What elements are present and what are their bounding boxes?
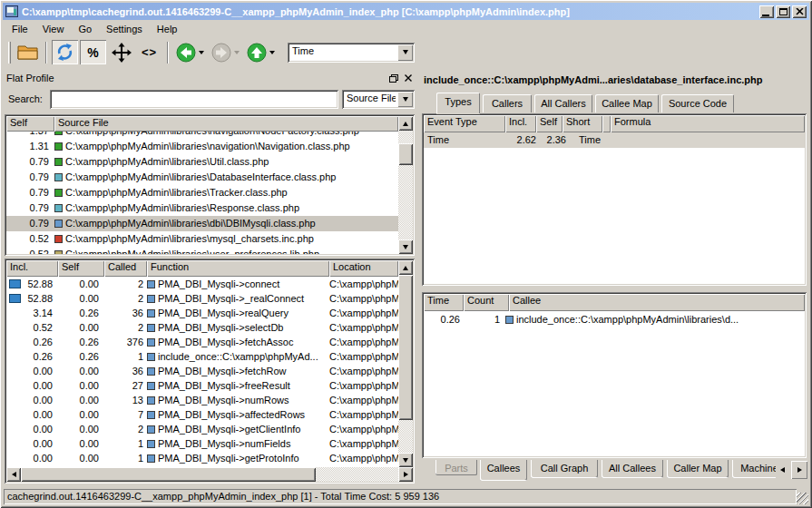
event-type-row-selected[interactable]: Time 2.62 2.36 Time — [424, 132, 805, 148]
tab-types[interactable]: Types — [436, 92, 480, 113]
tab-callee-map[interactable]: Callee Map — [595, 93, 659, 112]
toolbar-handle[interactable] — [8, 42, 11, 64]
up-button[interactable] — [244, 40, 278, 64]
event-type-dropdown-button[interactable] — [397, 44, 413, 61]
column-header-incl[interactable]: Incl. — [6, 260, 58, 277]
tab-caller-map[interactable]: Caller Map — [667, 460, 729, 478]
up-dropdown-icon[interactable] — [269, 51, 275, 54]
maximize-button[interactable] — [776, 5, 790, 18]
source-list-vscrollbar[interactable] — [398, 116, 413, 254]
source-file-icon — [54, 142, 63, 151]
function-row[interactable]: 0.000.0036PMA_DBI_Mysqli->fetchRowC:\xam… — [6, 364, 398, 378]
dock-close-button[interactable] — [402, 73, 415, 84]
source-file-row[interactable]: 0.52C:\xampp\phpMyAdmin\libraries\mysql_… — [6, 231, 398, 247]
source-file-icon — [54, 204, 63, 212]
tab-scroll-right-button[interactable] — [791, 461, 807, 479]
menu-view[interactable]: View — [35, 22, 72, 36]
dock-float-button[interactable] — [387, 73, 400, 84]
function-row[interactable]: 0.000.0013PMA_DBI_Mysqli->numRowsC:\xamp… — [6, 393, 398, 407]
menu-file[interactable]: File — [5, 22, 35, 36]
minimize-button[interactable] — [759, 5, 774, 18]
scroll-thumb[interactable] — [398, 143, 413, 165]
menu-help[interactable]: Help — [150, 22, 185, 36]
scroll-thumb[interactable] — [21, 467, 316, 482]
source-file-row[interactable]: 1.31C:\xampp\phpMyAdmin\libraries\naviga… — [6, 139, 398, 154]
callee-row[interactable]: 0.26 1 include_once::C:\xampp\phpMyAdmin… — [424, 311, 805, 327]
function-row[interactable]: 0.000.001PMA_DBI_Mysqli->numFieldsC:\xam… — [6, 436, 398, 451]
expand-button[interactable] — [108, 40, 134, 64]
column-header-location[interactable]: Location — [329, 260, 398, 277]
back-dropdown-icon[interactable] — [199, 51, 204, 54]
search-input[interactable] — [50, 90, 338, 109]
scroll-down-button[interactable] — [398, 239, 413, 254]
function-row[interactable]: 52.880.002PMA_DBI_Mysqli->connectC:\xamp… — [6, 277, 398, 291]
open-file-button[interactable] — [15, 40, 41, 64]
source-file-row[interactable]: 1.37C:\xampp\phpMyAdmin\libraries\naviga… — [6, 132, 398, 139]
resize-grip[interactable] — [797, 493, 808, 504]
scroll-down-button[interactable] — [398, 453, 413, 467]
tab-callees[interactable]: Callees — [480, 460, 527, 481]
function-row[interactable]: 0.000.007PMA_DBI_Mysqli->affectedRowsC:\… — [6, 407, 398, 422]
function-row[interactable]: 0.520.002PMA_DBI_Mysqli->selectDbC:\xamp… — [6, 320, 398, 335]
tab-source-code[interactable]: Source Code — [661, 93, 734, 112]
function-row[interactable]: 0.000.002PMA_DBI_Mysqli->getClientInfoC:… — [6, 422, 398, 436]
event-type-name: Time — [424, 132, 505, 148]
menu-settings[interactable]: Settings — [99, 22, 150, 36]
column-header-short[interactable]: Short — [563, 115, 602, 132]
time-value: 0.26 — [424, 311, 460, 327]
scroll-right-button[interactable] — [398, 467, 413, 482]
column-header-count[interactable]: Count — [464, 294, 509, 311]
reload-button[interactable] — [52, 40, 78, 64]
scroll-left-button[interactable] — [6, 467, 21, 482]
window-titlebar[interactable]: C:\xampp\tmp\cachegrind.out.1416463299-C… — [3, 3, 809, 20]
function-row[interactable]: 0.000.0027PMA_DBI_Mysqli->freeResultC:\x… — [6, 378, 398, 393]
flat-profile-titlebar[interactable]: Flat Profile — [5, 71, 415, 85]
tab-call-graph[interactable]: Call Graph — [531, 460, 598, 478]
column-header-self[interactable]: Self — [536, 115, 563, 132]
function-list-vscrollbar[interactable] — [398, 260, 413, 467]
column-header-function[interactable]: Function — [147, 260, 329, 277]
column-header-incl[interactable]: Incl. — [505, 115, 536, 132]
source-file-path: C:\xampp\phpMyAdmin\libraries\dbi\DBIMys… — [65, 216, 316, 231]
source-file-row[interactable]: 0.79C:\xampp\phpMyAdmin\libraries\Databa… — [6, 170, 398, 185]
source-file-row[interactable]: 0.79C:\xampp\phpMyAdmin\libraries\Respon… — [6, 200, 398, 216]
event-type-select[interactable]: Time — [288, 43, 415, 63]
tab-all-callers[interactable]: All Callers — [534, 93, 592, 112]
function-row[interactable]: 52.880.002PMA_DBI_Mysqli->_realConnectC:… — [6, 291, 398, 306]
scroll-thumb[interactable] — [398, 275, 413, 420]
function-row[interactable]: 0.260.261include_once::C:\xampp\phpMyAd.… — [6, 349, 398, 364]
function-row[interactable]: 0.260.26376PMA_DBI_Mysqli->fetchAssocC:\… — [6, 335, 398, 349]
tab-machine-code[interactable]: Machine — [732, 460, 778, 478]
column-header-spacer[interactable] — [602, 115, 611, 132]
source-file-row-selected[interactable]: 0.79C:\xampp\phpMyAdmin\libraries\dbi\DB… — [6, 216, 398, 231]
back-button[interactable] — [173, 40, 207, 64]
tab-all-callees[interactable]: All Callees — [602, 460, 663, 478]
group-by-select[interactable]: Source File — [342, 90, 415, 109]
source-file-row[interactable]: 0.52C:\xampp\phpMyAdmin\libraries\user_p… — [6, 247, 398, 254]
function-row[interactable]: 0.000.001PMA_DBI_Mysqli->getProtoInfoC:\… — [6, 451, 398, 465]
column-header-time[interactable]: Time — [424, 294, 464, 311]
scroll-up-button[interactable] — [398, 116, 413, 131]
column-header-formula[interactable]: Formula — [611, 115, 805, 132]
column-header-callee[interactable]: Callee — [509, 294, 805, 311]
column-header-self[interactable]: Self — [58, 260, 104, 277]
scroll-up-button[interactable] — [398, 260, 413, 275]
menu-go[interactable]: Go — [71, 22, 99, 36]
column-header-event-type[interactable]: Event Type — [424, 115, 505, 132]
group-by-dropdown-button[interactable] — [397, 92, 413, 107]
cycle-grouping-button[interactable]: <> — [136, 40, 162, 64]
tab-parts[interactable]: Parts — [435, 460, 477, 475]
forward-dropdown-icon[interactable] — [234, 51, 240, 54]
tab-scroll-left-button[interactable] — [776, 461, 789, 479]
tab-callers[interactable]: Callers — [483, 93, 532, 112]
source-file-row[interactable]: 0.79C:\xampp\phpMyAdmin\libraries\Tracke… — [6, 185, 398, 200]
column-header-source-file[interactable]: Source File — [54, 116, 398, 132]
column-header-self[interactable]: Self — [6, 116, 54, 132]
function-row[interactable]: 3.140.2636PMA_DBI_Mysqli->realQueryC:\xa… — [6, 306, 398, 320]
close-button[interactable] — [792, 5, 807, 18]
percent-button[interactable]: % — [80, 40, 106, 64]
source-file-row[interactable]: 0.79C:\xampp\phpMyAdmin\libraries\Util.c… — [6, 154, 398, 170]
function-list-hscrollbar[interactable] — [6, 467, 413, 482]
forward-button[interactable] — [209, 40, 242, 64]
column-header-called[interactable]: Called — [104, 260, 147, 277]
